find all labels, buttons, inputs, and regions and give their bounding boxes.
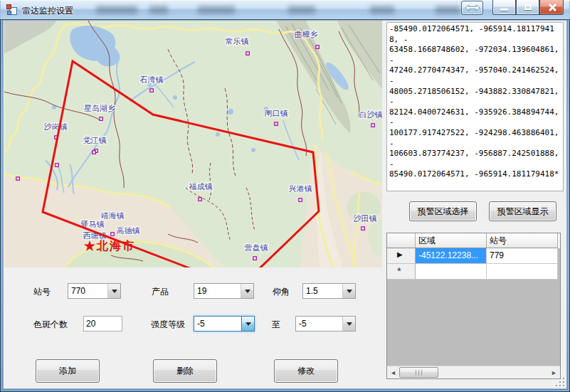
cell-station-empty[interactable] — [487, 264, 558, 280]
cell-area-empty[interactable] — [416, 264, 487, 280]
close-button[interactable] — [539, 0, 564, 15]
title-bar[interactable]: 雷达监控设置 — [0, 0, 570, 20]
maximize-icon — [524, 4, 532, 10]
delete-button[interactable]: 删除 — [153, 359, 217, 383]
horizontal-arrows-icon — [465, 4, 480, 12]
svg-text:曲樟乡: 曲樟乡 — [295, 30, 318, 38]
intensity-combo[interactable]: -5 — [194, 316, 255, 332]
window-title: 雷达监控设置 — [22, 5, 73, 17]
svg-text:常乐镇: 常乐镇 — [226, 37, 249, 46]
redacted-title-text — [96, 6, 137, 14]
column-header-area[interactable]: 区域 — [416, 233, 487, 248]
map-image[interactable]: 常乐镇曲樟乡石湾镇星岛湖乡沙岗镇党江镇闸口镇白沙镇福成镇兴港镇沙田镇营盘镇靖海镇… — [4, 21, 382, 267]
scroll-right-icon[interactable]: ► — [548, 366, 560, 379]
product-combo[interactable]: 19 — [194, 283, 254, 299]
table-row[interactable]: ▶ -45122.12238... 779 — [387, 248, 560, 264]
redacted-title-text — [370, 6, 394, 14]
spots-label: 色斑个数 — [33, 319, 68, 331]
close-icon — [548, 4, 556, 11]
new-table-row[interactable]: * — [387, 264, 560, 280]
map-geography: 常乐镇曲樟乡石湾镇星岛湖乡沙岗镇党江镇闸口镇白沙镇福成镇兴港镇沙田镇营盘镇靖海镇… — [4, 21, 382, 267]
horizontal-arrows-button[interactable] — [461, 1, 483, 15]
app-window: 雷达监控设置 — [0, 0, 570, 392]
chevron-down-icon[interactable] — [241, 284, 253, 298]
svg-text:高德镇: 高德镇 — [117, 226, 140, 235]
chevron-down-icon[interactable] — [342, 284, 355, 298]
app-icon — [6, 4, 18, 16]
resize-grip[interactable] — [556, 378, 565, 387]
cell-area[interactable]: -45122.12238... — [416, 248, 487, 264]
intensity-combo-value: -5 — [194, 317, 241, 331]
svg-text:白沙镇: 白沙镇 — [359, 110, 383, 119]
add-button[interactable]: 添加 — [36, 359, 100, 383]
new-row-star-icon: * — [397, 265, 401, 277]
new-row-selector[interactable]: * — [387, 264, 416, 280]
svg-text:沙田镇: 沙田镇 — [354, 214, 377, 223]
elevation-label: 仰角 — [273, 286, 290, 298]
coordinates-textbox[interactable]: -85490.0172064571, -965914.181179418, - … — [386, 22, 564, 191]
grid-horizontal-scrollbar[interactable]: ◄ ► — [387, 366, 560, 378]
to-combo[interactable]: -5 — [295, 316, 356, 332]
to-label: 至 — [272, 319, 280, 331]
chevron-down-icon[interactable] — [107, 284, 120, 298]
svg-text:福成镇: 福成镇 — [189, 182, 213, 191]
minimize-button[interactable] — [492, 0, 516, 15]
redacted-title-text — [198, 6, 235, 14]
product-combo-value: 19 — [194, 284, 241, 298]
elevation-combo-value: 1.5 — [303, 284, 342, 298]
minimize-icon — [500, 9, 508, 11]
product-label: 产品 — [152, 286, 169, 298]
current-row-arrow-icon: ▶ — [397, 250, 403, 258]
grid-header: 区域 站号 — [387, 233, 560, 248]
caption-buttons — [492, 0, 564, 15]
redacted-title-text — [149, 6, 168, 14]
svg-text:石湾镇: 石湾镇 — [140, 75, 164, 84]
region-grid[interactable]: 区域 站号 ▶ -45122.12238... 779 * ◄ ► — [386, 233, 561, 379]
chevron-down-icon[interactable] — [342, 317, 355, 331]
warning-area-display-button[interactable]: 预警区域显示 — [489, 201, 556, 221]
warning-area-select-button[interactable]: 预警区域选择 — [409, 201, 477, 221]
row-selector[interactable]: ▶ — [387, 248, 416, 264]
svg-text:闸口镇: 闸口镇 — [265, 109, 288, 117]
scrollbar-thumb[interactable] — [399, 367, 438, 378]
svg-text:兴港镇: 兴港镇 — [289, 184, 312, 193]
intensity-label: 强度等级 — [151, 319, 185, 331]
client-area: 常乐镇曲樟乡石湾镇星岛湖乡沙岗镇党江镇闸口镇白沙镇福成镇兴港镇沙田镇营盘镇靖海镇… — [3, 20, 567, 389]
station-label: 站号 — [33, 286, 51, 298]
redacted-title-text — [288, 6, 315, 14]
grid-corner-cell — [387, 233, 416, 248]
svg-text:党江镇: 党江镇 — [83, 136, 107, 144]
station-combo[interactable]: 770 — [68, 283, 121, 299]
station-combo-value: 770 — [68, 284, 107, 298]
elevation-combo[interactable]: 1.5 — [302, 283, 356, 299]
svg-text:星岛湖乡: 星岛湖乡 — [84, 104, 115, 112]
city-label: ★北海市 — [84, 239, 135, 252]
maximize-button[interactable] — [516, 0, 539, 15]
scroll-left-icon[interactable]: ◄ — [387, 366, 399, 379]
column-header-station[interactable]: 站号 — [487, 233, 558, 248]
to-combo-value: -5 — [296, 317, 342, 331]
modify-button[interactable]: 修改 — [274, 359, 338, 383]
chevron-down-icon[interactable] — [241, 317, 254, 331]
scrollbar-track[interactable] — [399, 366, 548, 379]
svg-text:营盘镇: 营盘镇 — [245, 243, 268, 252]
svg-text:沙岗镇: 沙岗镇 — [44, 122, 68, 131]
cell-station[interactable]: 779 — [487, 248, 558, 264]
spots-input[interactable] — [83, 316, 122, 332]
redacted-title-text — [436, 6, 460, 14]
svg-text:靖海镇: 靖海镇 — [101, 211, 125, 220]
